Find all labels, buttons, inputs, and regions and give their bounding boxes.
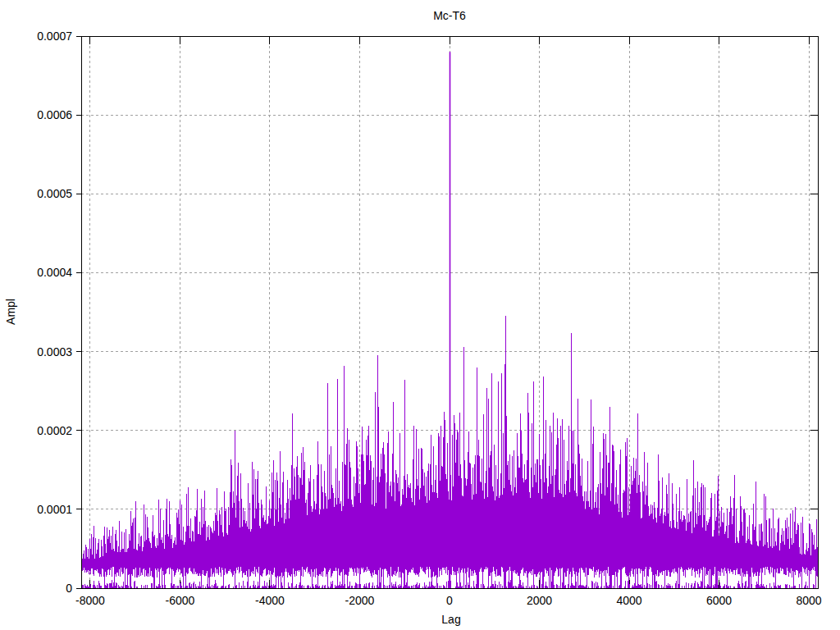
y-tick-label: 0.0003 [15,345,72,359]
x-tick-label: 4000 [596,594,662,607]
x-tick-label: -2000 [326,594,392,607]
y-axis-label: Ampl [3,299,18,325]
y-tick-label: 0.0006 [15,107,72,122]
gnuplot-window: Mc-T6 Lag Ampl 00.00010.00020.00030.0004… [0,0,840,630]
plot-canvas [0,0,840,630]
x-tick-label: 2000 [507,594,573,607]
x-tick-label: 0 [417,594,482,607]
y-tick-label: 0.0001 [15,502,72,517]
chart-title: Mc-T6 [368,8,532,23]
x-tick-label: -6000 [147,594,212,607]
y-tick-label: 0.0002 [15,423,72,438]
x-tick-label: 8000 [776,594,840,607]
y-tick-label: 0.0004 [15,265,72,280]
y-tick-label: 0.0005 [15,186,72,201]
x-tick-label: 6000 [687,594,752,607]
x-tick-label: -8000 [57,594,123,607]
x-tick-label: -4000 [237,594,303,607]
y-tick-label: 0.0007 [15,29,72,43]
x-axis-label: Lag [410,612,492,627]
